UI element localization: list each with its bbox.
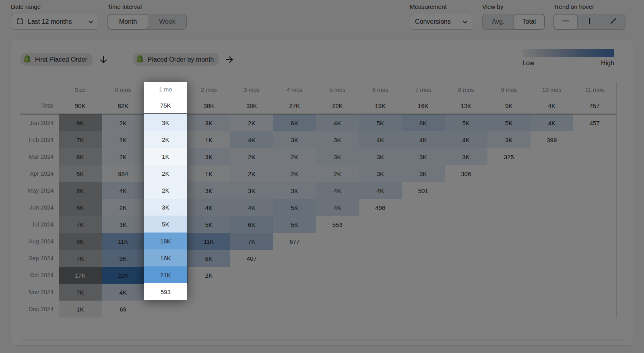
heatmap-cell[interactable]: 4K <box>316 182 359 199</box>
heatmap-cell[interactable]: 399 <box>530 131 574 148</box>
column-header-size[interactable]: Size <box>59 82 102 98</box>
heatmap-cell[interactable]: 7K <box>230 233 273 250</box>
column-header-3-mos[interactable]: 3 mos <box>230 82 273 98</box>
heatmap-cell[interactable]: 6K <box>59 148 102 165</box>
heatmap-cell-highlighted[interactable]: 3K <box>144 199 187 216</box>
heatmap-cell[interactable]: 5K <box>273 199 316 216</box>
heatmap-cell[interactable]: 407 <box>230 250 273 267</box>
heatmap-cell-highlighted[interactable]: 3K <box>144 114 187 131</box>
heatmap-cell[interactable]: 2K <box>102 148 145 165</box>
heatmap-cell[interactable]: 22K <box>102 267 145 284</box>
heatmap-cell[interactable]: 3K <box>188 114 231 131</box>
column-header-10-mos[interactable]: 10 mos <box>530 82 574 98</box>
measurement-dropdown[interactable]: Conversions <box>410 14 473 30</box>
heatmap-cell[interactable]: 4K <box>530 114 574 131</box>
column-header-7-mos[interactable]: 7 mos <box>402 82 445 98</box>
heatmap-cell-highlighted[interactable]: 18K <box>144 233 187 249</box>
heatmap-cell[interactable]: 11K <box>102 233 145 250</box>
heatmap-cell[interactable]: 3K <box>402 148 445 165</box>
column-header-2-mos[interactable]: 2 mos <box>188 82 231 98</box>
heatmap-cell-highlighted[interactable]: 1K <box>144 148 187 165</box>
heatmap-cell[interactable]: 69 <box>102 301 145 318</box>
heatmap-cell-highlighted[interactable]: 5K <box>144 216 187 233</box>
heatmap-cell[interactable]: 3K <box>359 148 402 165</box>
heatmap-cell[interactable]: 9K <box>102 250 145 267</box>
heatmap-cell[interactable]: 6K <box>230 216 273 233</box>
column-header-11-mos[interactable]: 11 mos <box>573 82 616 98</box>
heatmap-cell[interactable]: 1K <box>188 165 231 182</box>
heatmap-cell[interactable]: 2K <box>102 131 145 148</box>
column-header-9-mos[interactable]: 9 mos <box>487 82 530 98</box>
heatmap-cell-highlighted[interactable]: 2K <box>144 165 187 182</box>
heatmap-cell[interactable]: 2K <box>102 199 145 216</box>
trend-horizontal-line-button[interactable] <box>554 14 578 29</box>
heatmap-cell[interactable]: 2K <box>230 148 273 165</box>
heatmap-cell-highlighted[interactable]: 16K <box>144 249 187 266</box>
heatmap-cell[interactable]: 5K <box>59 165 102 182</box>
heatmap-cell[interactable]: 3K <box>102 216 145 233</box>
heatmap-cell[interactable]: 4K <box>188 199 231 216</box>
heatmap-cell[interactable]: 496 <box>359 199 402 216</box>
column-header-8-mos[interactable]: 8 mos <box>445 82 488 98</box>
column-header-4-mos[interactable]: 4 mos <box>273 82 316 98</box>
heatmap-cell[interactable]: 5K <box>188 216 231 233</box>
heatmap-cell[interactable]: 325 <box>487 148 530 165</box>
heatmap-cell[interactable]: 6K <box>188 250 231 267</box>
heatmap-cell[interactable]: 5K <box>445 114 488 131</box>
heatmap-cell[interactable]: 457 <box>573 114 616 131</box>
heatmap-cell[interactable]: 984 <box>102 165 145 182</box>
heatmap-cell[interactable]: 306 <box>445 165 488 182</box>
heatmap-cell[interactable]: 7K <box>59 216 102 233</box>
heatmap-cell[interactable]: 9K <box>59 233 102 250</box>
heatmap-cell[interactable]: 2K <box>230 165 273 182</box>
heatmap-cell[interactable]: 3K <box>273 131 316 148</box>
heatmap-cell[interactable]: 8K <box>59 199 102 216</box>
heatmap-cell[interactable]: 3K <box>316 148 359 165</box>
heatmap-cell-highlighted[interactable]: 21K <box>144 266 187 283</box>
heatmap-cell[interactable]: 5K <box>273 216 316 233</box>
heatmap-cell[interactable]: 3K <box>230 182 273 199</box>
column-header-5-mos[interactable]: 5 mos <box>316 82 359 98</box>
heatmap-cell[interactable]: 3K <box>316 131 359 148</box>
heatmap-cell[interactable]: 5K <box>359 114 402 131</box>
heatmap-cell[interactable]: 3K <box>402 165 445 182</box>
heatmap-cell[interactable]: 11K <box>188 233 231 250</box>
trend-vertical-line-button[interactable] <box>578 14 601 29</box>
heatmap-cell[interactable]: 6K <box>402 114 445 131</box>
heatmap-cell[interactable]: 677 <box>273 233 316 250</box>
highlighted-column-header[interactable]: 1 mo <box>144 82 187 97</box>
view-by-total[interactable]: Total <box>514 14 545 29</box>
heatmap-cell[interactable]: 501 <box>402 182 445 199</box>
heatmap-cell[interactable]: 2K <box>102 114 145 131</box>
heatmap-cell[interactable]: 7K <box>59 284 102 301</box>
heatmap-cell[interactable]: 17K <box>59 267 102 284</box>
heatmap-cell[interactable]: 4K <box>359 131 402 148</box>
heatmap-cell[interactable]: 4K <box>316 199 359 216</box>
heatmap-cell[interactable]: 4K <box>316 114 359 131</box>
heatmap-cell[interactable]: 4K <box>445 131 488 148</box>
time-interval-month[interactable]: Month <box>108 14 148 29</box>
heatmap-cell[interactable]: 3K <box>359 165 402 182</box>
time-interval-week[interactable]: Week <box>148 14 186 29</box>
heatmap-cell-highlighted[interactable]: 593 <box>144 283 187 300</box>
heatmap-cell[interactable]: 2K <box>273 165 316 182</box>
column-header-0-mos[interactable]: 0 mos <box>102 82 145 98</box>
heatmap-cell[interactable]: 4K <box>230 131 273 148</box>
heatmap-cell[interactable]: 4K <box>230 199 273 216</box>
heatmap-cell[interactable]: 4K <box>102 182 145 199</box>
heatmap-cell-highlighted[interactable]: 2K <box>144 131 187 148</box>
heatmap-cell[interactable]: 553 <box>316 216 359 233</box>
heatmap-cell[interactable]: 6K <box>273 114 316 131</box>
heatmap-cell[interactable]: 4K <box>359 182 402 199</box>
heatmap-cell[interactable]: 2K <box>188 267 231 284</box>
heatmap-cell[interactable]: 3K <box>188 148 231 165</box>
heatmap-cell[interactable]: 2K <box>273 148 316 165</box>
heatmap-cell[interactable]: 2K <box>316 165 359 182</box>
heatmap-cell[interactable]: 3K <box>445 148 488 165</box>
heatmap-cell-highlighted[interactable]: 2K <box>144 182 187 199</box>
column-header-6-mos[interactable]: 6 mos <box>359 82 402 98</box>
heatmap-cell[interactable]: 4K <box>402 131 445 148</box>
heatmap-cell[interactable]: 3K <box>273 182 316 199</box>
trend-diagonal-line-button[interactable] <box>601 14 625 29</box>
heatmap-cell[interactable]: 8K <box>59 182 102 199</box>
